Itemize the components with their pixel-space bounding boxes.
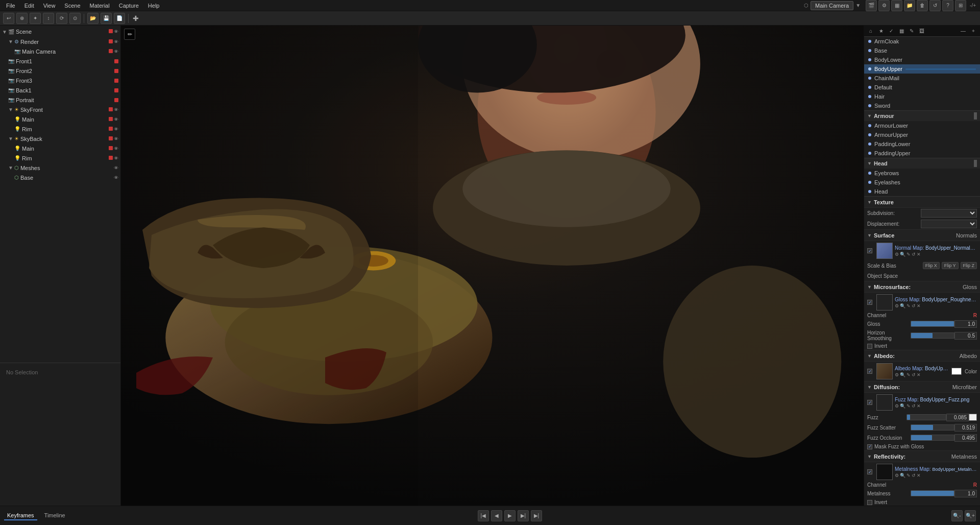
edit-icon2[interactable]: ✎ <box>906 303 911 308</box>
mat-bodylower[interactable]: BodyLower <box>864 55 980 64</box>
armour-section-header[interactable]: Armour <box>864 111 980 121</box>
rp-icon-pen[interactable]: ✎ <box>907 27 916 36</box>
edit-icon5[interactable]: ✎ <box>906 473 911 478</box>
timeline-end[interactable]: ▶| <box>531 510 542 521</box>
tree-base[interactable]: ⬡ Base 👁 <box>0 173 120 182</box>
tree-front1[interactable]: 📷 Front1 <box>0 56 120 66</box>
subdivision-dropdown[interactable] <box>921 209 977 218</box>
vp-pen-tool[interactable]: ✏ <box>124 29 135 40</box>
flip-y-button[interactable]: Flip Y <box>942 262 959 269</box>
gear-icon3[interactable]: ⚙ <box>895 372 899 377</box>
mat-head[interactable]: Head <box>864 187 980 196</box>
head-section-header[interactable]: Head <box>864 158 980 169</box>
fuzz-occlusion-slider[interactable] <box>911 435 955 441</box>
rp-icon-home[interactable]: ⌂ <box>866 27 875 36</box>
help2-icon[interactable]: ? <box>942 0 953 11</box>
gear-icon[interactable]: ⚙ <box>895 252 899 257</box>
toolbar-btn-4[interactable]: ↕ <box>43 13 54 24</box>
menu-capture[interactable]: Capture <box>115 2 143 10</box>
toolbar-btn-3[interactable]: ✦ <box>30 13 41 24</box>
rp-icon-photo[interactable]: 🖼 <box>917 27 926 36</box>
mat-hair[interactable]: Hair <box>864 92 980 101</box>
eye-main-light[interactable]: 👁 <box>114 117 118 122</box>
reset-icon5[interactable]: ↺ <box>912 473 916 478</box>
transform-icon[interactable]: ✚ <box>132 14 140 22</box>
tree-main-light[interactable]: 💡 Main 👁 <box>0 114 120 124</box>
eye-base[interactable]: 👁 <box>114 175 118 180</box>
metalness-input[interactable] <box>954 490 977 497</box>
toolbar-btn-9[interactable]: 📄 <box>114 13 125 24</box>
mat-sword[interactable]: Sword <box>864 101 980 110</box>
edit-icon4[interactable]: ✎ <box>906 403 911 409</box>
mat-base[interactable]: Base <box>864 46 980 55</box>
search-icon4[interactable]: 🔍 <box>900 403 905 409</box>
eye-rim[interactable]: 👁 <box>114 127 118 132</box>
microsurface-section-header[interactable]: Microsurface: Gloss <box>864 281 980 293</box>
mask-fuzz-checkbox[interactable] <box>867 444 872 449</box>
search-icon5[interactable]: 🔍 <box>900 473 905 478</box>
menu-edit[interactable]: Edit <box>20 2 38 10</box>
tree-meshes[interactable]: ▼ ⬡ Meshes 👁 <box>0 163 120 173</box>
flip-z-button[interactable]: Flip Z <box>961 262 977 269</box>
tree-skyfront[interactable]: ▼ ☀ SkyFront 👁 <box>0 105 120 114</box>
tree-skyback-rim[interactable]: 💡 Rim 👁 <box>0 153 120 163</box>
gear-icon2[interactable]: ⚙ <box>895 303 899 308</box>
micro-invert-checkbox[interactable] <box>867 344 872 349</box>
tree-portrait[interactable]: 📷 Portrait <box>0 95 120 105</box>
rp-icon-check[interactable]: ✓ <box>887 27 896 36</box>
gear-icon5[interactable]: ⚙ <box>895 473 899 478</box>
reset-icon[interactable]: ↺ <box>912 252 916 257</box>
menu-material[interactable]: Material <box>86 2 114 10</box>
reset-icon2[interactable]: ↺ <box>912 303 916 308</box>
fuzz-map-checkbox[interactable] <box>867 400 872 405</box>
horizon-input[interactable] <box>954 332 977 340</box>
reset-icon3[interactable]: ↺ <box>912 372 916 377</box>
folder-icon[interactable]: 📁 <box>904 0 915 11</box>
toolbar-btn-8[interactable]: 💾 <box>101 13 112 24</box>
timeline-next[interactable]: ▶| <box>518 510 529 521</box>
fuzz-scatter-input[interactable] <box>954 424 977 432</box>
metalness-map-thumb[interactable] <box>876 464 893 480</box>
fuzz-color[interactable] <box>969 414 977 421</box>
gear-icon4[interactable]: ⚙ <box>895 403 899 409</box>
mat-chainmail[interactable]: ChainMail <box>864 74 980 83</box>
toolbar-btn-6[interactable]: ⊙ <box>69 13 81 24</box>
albedo-color-swatch[interactable] <box>951 368 962 375</box>
mat-armcloak[interactable]: ArmCloak <box>864 37 980 46</box>
eye-skyback-rim[interactable]: 👁 <box>114 156 118 161</box>
search-icon[interactable]: 🔍 <box>900 252 905 257</box>
eye-skyback[interactable]: 👁 <box>114 136 118 141</box>
toolbar-btn-7[interactable]: 📂 <box>87 13 99 24</box>
texture-section-header[interactable]: Texture <box>864 197 980 208</box>
timeline-start[interactable]: |◀ <box>478 510 489 521</box>
mat-default[interactable]: Default <box>864 83 980 92</box>
toolbar-btn-5[interactable]: ⟳ <box>56 13 67 24</box>
displacement-dropdown[interactable] <box>921 220 977 228</box>
gloss-input[interactable] <box>954 320 977 328</box>
toolbar-btn-1[interactable]: ↩ <box>3 13 14 24</box>
fuzz-input[interactable] <box>946 414 969 421</box>
search-icon3[interactable]: 🔍 <box>900 372 905 377</box>
reflectivity-section-header[interactable]: Reflectivity: Metalness <box>864 451 980 462</box>
eye-camera[interactable]: 👁 <box>114 49 118 54</box>
zoom-in[interactable]: 🔍+ <box>965 510 976 521</box>
mat-paddingupper[interactable]: PaddingUpper <box>864 149 980 158</box>
tree-rim-light[interactable]: 💡 Rim 👁 <box>0 124 120 134</box>
eye-meshes[interactable]: 👁 <box>114 165 118 171</box>
close-icon4[interactable]: ✕ <box>917 403 921 409</box>
tree-scene-root[interactable]: ▼ 🎬 Scene 👁 <box>0 27 120 37</box>
rp-icon-dash[interactable]: — <box>959 27 968 36</box>
tree-skyback[interactable]: ▼ ☀ SkyBack 👁 <box>0 134 120 144</box>
albedo-map-thumb[interactable] <box>876 363 893 379</box>
metalness-map-checkbox[interactable] <box>867 469 872 474</box>
mat-paddinglower[interactable]: PaddingLower <box>864 139 980 149</box>
render-icon[interactable]: 🎬 <box>866 0 877 11</box>
grid-icon[interactable]: ▦ <box>891 0 902 11</box>
reflect-invert-checkbox[interactable] <box>867 500 872 505</box>
fuzz-map-thumb[interactable] <box>876 394 893 411</box>
edit-icon[interactable]: ✎ <box>906 252 911 257</box>
normal-map-checkbox[interactable] <box>867 248 872 253</box>
timeline-prev[interactable]: ◀ <box>491 510 502 521</box>
fuzz-scatter-slider[interactable] <box>911 424 955 431</box>
tree-skyback-main[interactable]: 💡 Main 👁 <box>0 144 120 153</box>
